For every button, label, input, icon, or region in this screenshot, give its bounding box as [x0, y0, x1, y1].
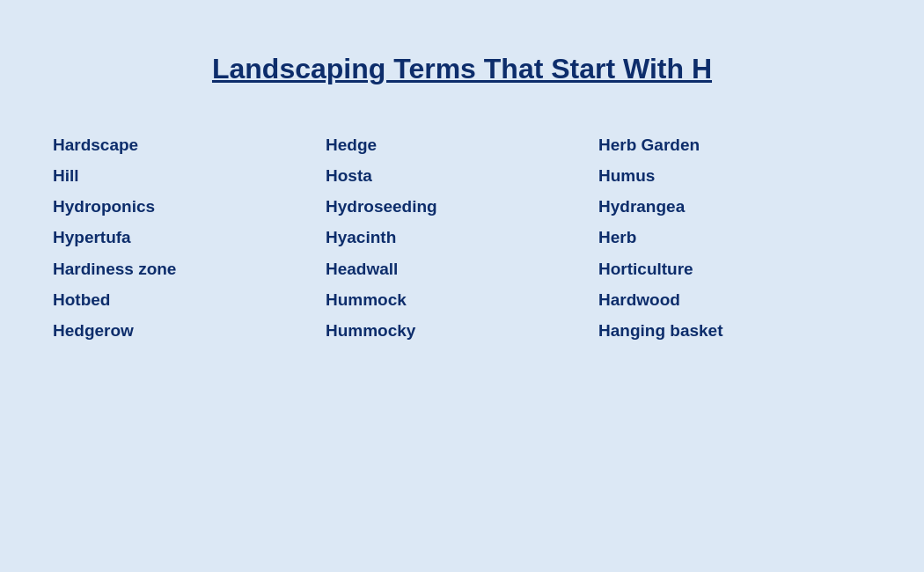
- term-item: Hedge: [326, 129, 598, 160]
- terms-columns: HardscapeHillHydroponicsHypertufaHardine…: [53, 129, 871, 346]
- term-item: Hanging basket: [598, 315, 871, 346]
- column-3: Herb GardenHumusHydrangeaHerbHorticultur…: [598, 129, 871, 346]
- term-item: Hummock: [326, 284, 598, 315]
- term-item: Hedgerow: [53, 315, 326, 346]
- term-item: Hypertufa: [53, 222, 326, 253]
- term-item: Hydroseeding: [326, 191, 598, 222]
- term-item: Headwall: [326, 253, 598, 284]
- term-item: Hummocky: [326, 315, 598, 346]
- column-2: HedgeHostaHydroseedingHyacinthHeadwallHu…: [326, 129, 598, 346]
- term-item: Herb Garden: [598, 129, 871, 160]
- column-1: HardscapeHillHydroponicsHypertufaHardine…: [53, 129, 326, 346]
- term-item: Hyacinth: [326, 222, 598, 253]
- term-item: Hardwood: [598, 284, 871, 315]
- term-item: Hydroponics: [53, 191, 326, 222]
- term-item: Hotbed: [53, 284, 326, 315]
- term-item: Hill: [53, 160, 326, 191]
- term-item: Hardscape: [53, 129, 326, 160]
- term-item: Humus: [598, 160, 871, 191]
- term-item: Herb: [598, 222, 871, 253]
- page-title: Landscaping Terms That Start With H: [212, 53, 712, 85]
- term-item: Horticulture: [598, 253, 871, 284]
- term-item: Hardiness zone: [53, 253, 326, 284]
- term-item: Hosta: [326, 160, 598, 191]
- term-item: Hydrangea: [598, 191, 871, 222]
